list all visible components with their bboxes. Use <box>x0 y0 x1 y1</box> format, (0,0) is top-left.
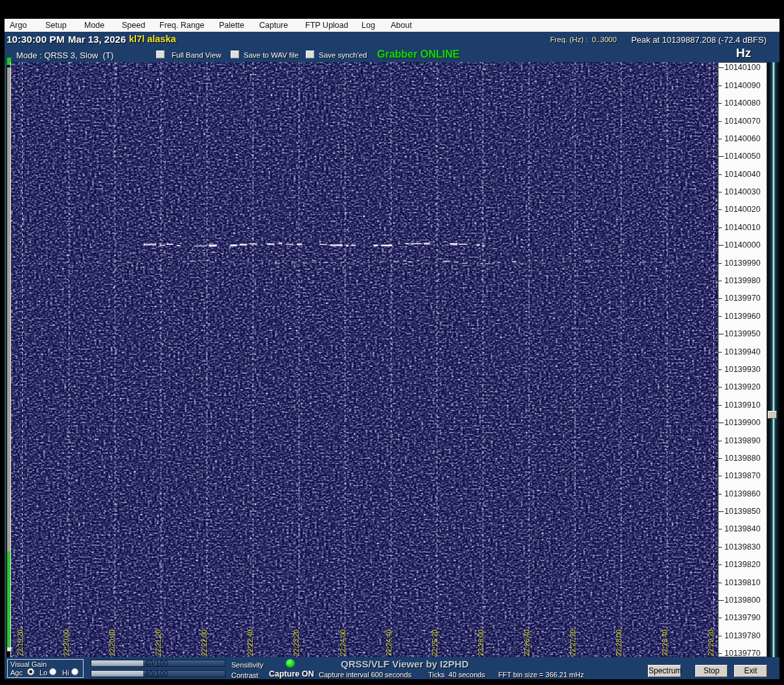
svg-text:22:26:40: 22:26:40 <box>523 629 531 656</box>
svg-text:22:24:00: 22:24:00 <box>339 629 347 656</box>
svg-text:22:21:20: 22:21:20 <box>154 629 162 656</box>
svg-text:22:22:40: 22:22:40 <box>246 629 254 656</box>
svg-text:22:23:20: 22:23:20 <box>292 629 300 656</box>
svg-text:22:26:00: 22:26:00 <box>477 629 485 656</box>
svg-text:22:25:20: 22:25:20 <box>431 629 439 656</box>
svg-text:22:28:00: 22:28:00 <box>615 629 623 656</box>
svg-text:22:24:40: 22:24:40 <box>385 629 393 656</box>
svg-text:22:20:40: 22:20:40 <box>108 629 116 656</box>
svg-text:22:28:40: 22:28:40 <box>661 629 669 656</box>
svg-text:22:19:20: 22:19:20 <box>16 629 24 656</box>
svg-text:22:20:00: 22:20:00 <box>62 629 70 656</box>
svg-text:22:27:20: 22:27:20 <box>569 629 577 656</box>
svg-text:22:22:00: 22:22:00 <box>200 629 208 656</box>
svg-text:22:29:20: 22:29:20 <box>707 629 715 656</box>
